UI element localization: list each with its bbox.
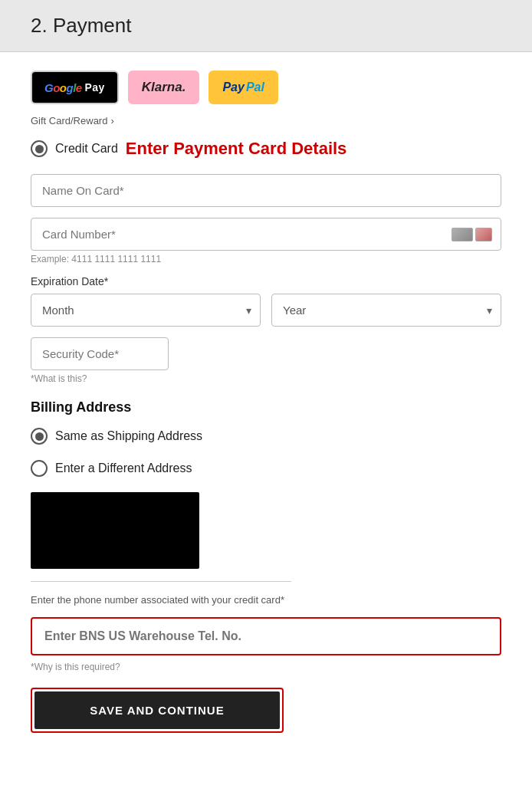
card-number-input[interactable] <box>31 218 501 251</box>
month-select-wrapper: Month 01 02 03 04 05 06 07 08 09 10 11 1… <box>31 294 261 327</box>
same-as-shipping-radio-row[interactable]: Same as Shipping Address <box>31 428 501 445</box>
page-title: 2. Payment <box>31 14 501 38</box>
card-number-wrapper <box>31 218 501 251</box>
payment-methods-row: Google Pay Klarna. PayPal <box>31 71 501 104</box>
credit-card-radio-dot <box>35 145 44 153</box>
credit-card-radio-row[interactable]: Credit Card Enter Payment Card Details <box>31 139 501 159</box>
gpay-button[interactable]: Google Pay <box>31 71 119 104</box>
month-select[interactable]: Month 01 02 03 04 05 06 07 08 09 10 11 1… <box>31 294 261 327</box>
card-number-group: Example: 4111 1111 1111 1111 <box>31 218 501 264</box>
billing-section: Billing Address Same as Shipping Address… <box>31 399 501 569</box>
payment-content: Google Pay Klarna. PayPal Gift Card/Rewa… <box>0 52 532 785</box>
card-number-example: Example: 4111 1111 1111 1111 <box>31 254 501 264</box>
paypal-button[interactable]: PayPal <box>209 71 277 104</box>
section-divider <box>31 581 291 582</box>
expiration-group: Expiration Date* Month 01 02 03 04 05 06… <box>31 275 501 327</box>
name-on-card-group <box>31 174 501 207</box>
gift-card-label: Gift Card/Reward <box>31 115 107 126</box>
card-details-highlight: Enter Payment Card Details <box>126 139 347 159</box>
what-is-this-text: *What is this? <box>31 373 501 384</box>
what-is-this-link[interactable]: *What is this? <box>31 373 87 384</box>
klarna-button[interactable]: Klarna. <box>128 71 200 104</box>
same-as-shipping-dot <box>35 432 44 441</box>
card-icon-1 <box>452 228 473 241</box>
card-icon-2 <box>475 228 492 241</box>
phone-hint-text: Enter the phone number associated with y… <box>31 593 291 608</box>
billing-title: Billing Address <box>31 399 501 415</box>
gift-card-arrow: › <box>110 115 113 126</box>
credit-card-radio[interactable] <box>31 140 48 157</box>
page-header: 2. Payment <box>0 0 532 52</box>
phone-input[interactable] <box>31 617 501 655</box>
phone-input-wrapper <box>31 617 501 655</box>
year-select-wrapper: Year 2024 2025 2026 2027 2028 2029 2030 … <box>271 294 501 327</box>
why-required-text: *Why is this required? <box>31 662 501 672</box>
security-code-input[interactable] <box>31 337 169 370</box>
klarna-label: Klarna. <box>142 80 186 95</box>
gift-card-link[interactable]: Gift Card/Reward › <box>31 115 501 126</box>
same-as-shipping-radio[interactable] <box>31 428 48 445</box>
different-address-radio-row[interactable]: Enter a Different Address <box>31 460 501 477</box>
why-required-link[interactable]: *Why is this required? <box>31 662 120 672</box>
expiration-label: Expiration Date* <box>31 275 501 287</box>
credit-card-label: Credit Card <box>55 142 118 156</box>
different-address-label: Enter a Different Address <box>55 461 192 475</box>
security-code-group: *What is this? <box>31 337 501 384</box>
year-select[interactable]: Year 2024 2025 2026 2027 2028 2029 2030 <box>271 294 501 327</box>
save-button-wrapper: SAVE AND CONTINUE <box>31 688 284 733</box>
expiry-row: Month 01 02 03 04 05 06 07 08 09 10 11 1… <box>31 294 501 327</box>
different-address-radio[interactable] <box>31 460 48 477</box>
same-as-shipping-label: Same as Shipping Address <box>55 429 202 443</box>
name-on-card-input[interactable] <box>31 174 501 207</box>
card-icons <box>452 228 492 241</box>
save-and-continue-button[interactable]: SAVE AND CONTINUE <box>34 691 280 729</box>
redacted-address-box <box>31 492 199 569</box>
paypal-label: PayPal <box>222 80 264 94</box>
